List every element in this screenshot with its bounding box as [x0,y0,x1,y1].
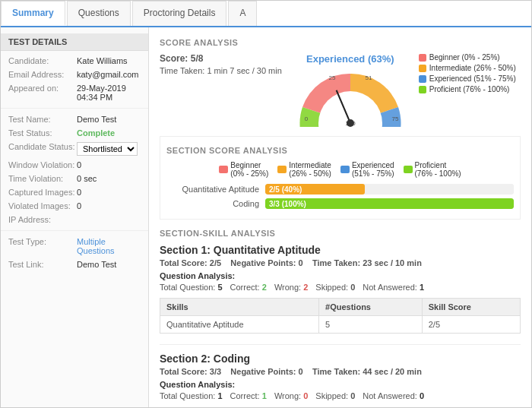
svg-point-7 [347,119,354,127]
email-label: Email Address: [8,70,77,79]
section-score-analysis: SECTION SCORE ANALYSIS Beginner(0% - 25%… [160,136,521,220]
s1-stat-skipped: Skipped: 0 [315,283,355,292]
s1-totalscore-val: 2/5 [210,258,221,267]
s2-time-val: 44 sec / 20 min [363,367,422,376]
sidebar-row-appeared: Appeared on: 29-May-2019 04:34 PM [1,81,148,104]
s1-stat-notanswered: Not Answered: 1 [363,283,424,292]
bar-label-quant: Quantitative Aptitude [166,185,265,194]
window-value: 0 [77,160,81,169]
window-label: Window Violation: [8,160,77,169]
s2-stat-wrong: Wrong: 0 [274,391,308,400]
candidate-label: Candidate: [8,56,77,65]
candidate-status-select[interactable]: Shortlisted Rejected On Hold [77,142,138,156]
legend-label-proficient: Proficient (76% - 100%) [429,85,510,93]
svg-text:25: 25 [328,74,335,81]
bar-legend-label-beginner: Beginner(0% - 25%) [230,161,268,178]
testtype-label: Test Type: [8,237,77,255]
s1-th-score: Skill Score [422,299,520,316]
s2-stats: Total Question: 1 Correct: 1 Wrong: 0 Sk… [160,391,521,400]
bar-text-coding: 3/3 (100%) [269,200,306,208]
bar-fill-coding: 3/3 (100%) [265,198,514,209]
bar-label-coding: Coding [166,199,265,208]
bar-legend-proficient: Proficient(76% - 100%) [404,161,461,178]
bar-text-quant: 2/5 (40%) [269,185,302,194]
sidebar-row-violated: Violated Images: 0 [1,199,148,213]
testname-label: Test Name: [8,115,77,124]
s1-stat-wrong: Wrong: 2 [274,283,308,292]
divider2 [1,230,148,231]
time-value: 0 sec [77,174,97,183]
s2-qa-title: Question Analysis: [160,380,521,389]
s1-time-val: 23 sec / 10 min [363,258,422,267]
legend-dot-proficient [419,86,426,93]
bar-legend-label-intermediate: Intermediate(26% - 50%) [289,161,331,178]
violated-label: Violated Images: [8,201,77,210]
time-taken-label: Time Taken: 1 min 7 sec / 30 min [160,66,282,75]
sidebar-row-candidatestatus: Candidate Status: Shortlisted Rejected O… [1,140,148,158]
candidatestatus-label: Candidate Status: [8,142,77,156]
sidebar-row-testname: Test Name: Demo Test [1,112,148,126]
testlink-value: Demo Test [77,260,116,269]
legend-dot-beginner [419,54,426,62]
ip-label: IP Address: [8,215,77,224]
sidebar-row-testlink: Test Link: Demo Test [1,258,148,271]
s2-totalscore-label: Total Score: [160,367,210,376]
testname-value: Demo Test [77,115,116,124]
skill-section-1-title: Section 1: Quantitative Aptitude [160,244,521,256]
s1-qa-title: Question Analysis: [160,271,521,280]
bar-row-quant: Quantitative Aptitude 2/5 (40%) [166,184,514,195]
legend-experienced: Experienced (51% - 75%) [419,74,521,83]
legend-beginner: Beginner (0% - 25%) [419,53,521,62]
bar-fill-quant: 2/5 (40%) [265,184,365,195]
appeared-value: 29-May-2019 04:34 PM [77,84,141,102]
sidebar-row-testtype: Test Type: Multiple Questions [1,235,148,258]
s1-neg-label: Negative Points: [230,258,298,267]
sidebar: TEST DETAILS Candidate: Kate Williams Em… [1,27,149,407]
svg-text:0: 0 [305,115,309,122]
legend-label-beginner: Beginner (0% - 25%) [429,53,500,62]
sidebar-section-title: TEST DETAILS [1,33,148,51]
teststatus-label: Test Status: [8,128,77,138]
sidebar-row-ip: IP Address: [1,213,148,226]
table-row: Quantitative Aptitude 5 2/5 [160,316,521,334]
score-label-text: Score: [160,53,188,64]
section1-title: Quantitative Aptitude [214,244,321,256]
bar-legend-beginner: Beginner(0% - 25%) [219,161,268,178]
tab-bar: Summary Questions Proctoring Details A [1,1,531,27]
gauge-chart: 0 25 51 75 100 [290,66,411,127]
legend-label-intermediate: Intermediate (26% - 50%) [429,64,516,72]
s1-th-questions: #Questions [319,299,423,316]
teststatus-value: Complete [77,128,115,138]
main-content: SCORE ANALYSIS Score: 5/8 Time Taken: 1 … [149,27,531,407]
s2-neg-label: Negative Points: [230,367,298,376]
s2-stat-total: Total Question: 1 [160,391,223,400]
s1-th-skills: Skills [160,299,319,316]
tab-questions[interactable]: Questions [67,1,131,26]
tab-proctoring[interactable]: Proctoring Details [132,1,227,26]
section2-title: Coding [214,353,250,365]
s1-td-questions: 5 [319,316,423,334]
s1-skills-table: Skills #Questions Skill Score Quantitati… [160,298,521,334]
tab-a[interactable]: A [228,1,257,26]
tab-summary[interactable]: Summary [1,1,65,26]
section-score-title: SECTION SCORE ANALYSIS [166,146,514,155]
skill-analysis-header: SECTION-SKILL ANALYSIS [160,229,521,238]
s1-td-skill: Quantitative Aptitude [160,316,319,334]
legend-dot-experienced [419,75,426,83]
sidebar-row-captured: Captured Images: 0 [1,185,148,199]
bar-track-quant: 2/5 (40%) [265,184,514,195]
skill-section-1: Section 1: Quantitative Aptitude Total S… [160,244,521,334]
sidebar-row-email: Email Address: katy@gmail.com [1,68,148,81]
testtype-value[interactable]: Multiple Questions [77,237,141,255]
violated-value: 0 [77,201,81,210]
score-analysis-section: SCORE ANALYSIS Score: 5/8 Time Taken: 1 … [160,38,521,127]
s1-stats: Total Question: 5 Correct: 2 Wrong: 2 Sk… [160,283,521,292]
s1-neg-val: 0 [299,258,303,267]
s1-time-label: Time Taken: [312,258,363,267]
gauge-wrapper: Experienced (63%) [290,53,411,127]
svg-text:51: 51 [365,74,372,81]
appeared-label: Appeared on: [8,84,77,102]
s2-neg-val: 0 [299,367,303,376]
section2-number: Section 2: [160,353,211,365]
sidebar-row-window: Window Violation: 0 [1,158,148,172]
